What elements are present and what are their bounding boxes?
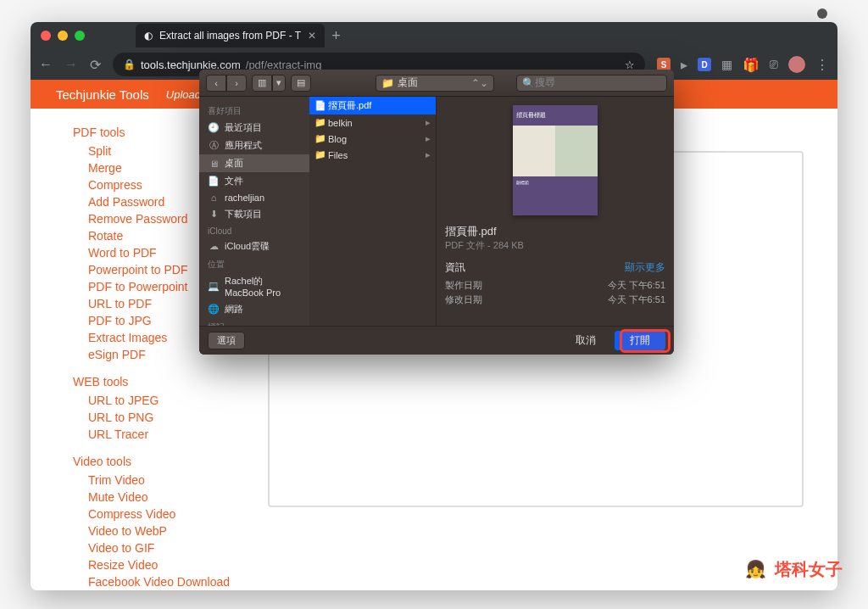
nav-fwd-icon[interactable]: › [226, 75, 247, 92]
sidebar-item-icon: ⬇ [208, 209, 220, 220]
reload-button[interactable]: ⟳ [90, 57, 101, 73]
sidebar-section-header: 喜好項目 [199, 102, 309, 119]
ext-icon-gift[interactable]: 🎁 [743, 57, 760, 73]
sidebar-item[interactable]: 💻Rachel的 MacBook Pro [199, 272, 309, 300]
brand-title: Techjunkie Tools [56, 87, 149, 102]
sidebar-link[interactable]: Video to WebP [73, 522, 242, 539]
file-name: belkin [328, 118, 353, 128]
ext-icon-grid[interactable]: ▦ [721, 58, 732, 71]
sidebar-item-label: 下載項目 [225, 208, 262, 221]
watermark-icon: 👧 [741, 555, 770, 584]
ext-icon-play[interactable]: ▸ [681, 57, 687, 73]
sidebar-item-icon: ☁ [208, 241, 220, 252]
sidebar-item-icon: 📄 [208, 176, 220, 187]
preview-meta: 摺頁冊.pdf PDF 文件 - 284 KB 資訊 顯示更多 製作日期今天 下… [445, 224, 665, 307]
nav-back-icon[interactable]: ‹ [206, 75, 226, 92]
folder-icon: 📁 [314, 149, 325, 160]
file-row[interactable]: 📄摺頁冊.pdf [309, 97, 436, 115]
file-row[interactable]: 📁Blog▸ [309, 131, 436, 147]
new-tab-button[interactable]: + [331, 27, 341, 45]
meta-key: 製作日期 [445, 279, 482, 292]
tab-title: Extract all images from PDF - T [159, 30, 301, 42]
sidebar-group-title[interactable]: WEB tools [73, 375, 242, 388]
chevron-right-icon: ▸ [426, 117, 431, 128]
sidebar-item-icon: 🕘 [208, 122, 220, 133]
close-window-button[interactable] [41, 31, 51, 41]
browser-tab[interactable]: ◐ Extract all images from PDF - T ✕ [136, 24, 325, 47]
group-icon[interactable]: ▤ [291, 75, 311, 92]
file-row[interactable]: 📁Files▸ [309, 147, 436, 163]
sidebar-item-label: 應用程式 [225, 139, 262, 152]
sidebar-link[interactable]: Mute Video [73, 489, 242, 506]
file-name: Files [328, 150, 348, 160]
file-open-dialog: ‹ › ▥ ▾ ▤ 📁 桌面 ⌃⌄ 🔍 搜尋 喜好項目🕘最近項目Ⓐ應用程式🖥桌面… [199, 70, 674, 355]
sidebar-group-title[interactable]: Video tools [73, 455, 242, 468]
sidebar-item[interactable]: ⌂racheljian [199, 190, 309, 205]
file-column: 📄摺頁冊.pdf📁belkin▸📁Blog▸📁Files▸ [309, 97, 437, 326]
sidebar-item-label: 桌面 [225, 157, 243, 170]
view-dropdown-icon[interactable]: ▾ [272, 75, 286, 92]
sidebar-link[interactable]: Trim Video [73, 472, 242, 489]
sidebar-item[interactable]: 🖥桌面 [199, 154, 309, 172]
sidebar-link[interactable]: URL to PNG [73, 409, 242, 426]
sidebar-item[interactable]: 🕘最近項目 [199, 119, 309, 137]
sidebar-item-icon: 💻 [208, 281, 220, 292]
watermark: 👧 塔科女子 [741, 555, 843, 584]
sidebar-link[interactable]: Video to GIF [73, 539, 242, 556]
search-input[interactable]: 🔍 搜尋 [516, 75, 667, 92]
nav-forward-button[interactable]: → [64, 57, 78, 72]
sidebar-link[interactable]: URL Tracer [73, 426, 242, 443]
nav-back-button[interactable]: ← [39, 57, 53, 72]
sidebar-item[interactable]: ☁iCloud雲碟 [199, 237, 309, 255]
sidebar-item[interactable]: 🌐網路 [199, 300, 309, 318]
sidebar-item-icon: 🖥 [208, 159, 220, 169]
cancel-button[interactable]: 取消 [564, 332, 608, 349]
file-name: 摺頁冊.pdf [328, 99, 371, 112]
show-more-link[interactable]: 顯示更多 [625, 260, 665, 275]
sidebar-item-label: 網路 [225, 303, 243, 316]
sidebar-item-label: Rachel的 MacBook Pro [225, 275, 301, 298]
tab-close-button[interactable]: ✕ [308, 30, 316, 42]
search-icon: 🔍 [522, 77, 535, 89]
ext-icon-d[interactable]: D [698, 58, 711, 71]
watermark-text: 塔科女子 [775, 558, 843, 581]
preview-thumbnail: 摺頁冊標題 副標題 [513, 105, 598, 215]
sidebar-item-icon: 🌐 [208, 304, 220, 315]
sidebar-item-label: 最近項目 [225, 121, 262, 134]
profile-avatar[interactable] [788, 56, 805, 73]
file-icon: 📄 [314, 100, 325, 111]
sidebar-link[interactable]: Compress Video [73, 506, 242, 522]
view-columns-icon[interactable]: ▥ [252, 75, 272, 92]
folder-icon: 📁 [314, 133, 325, 144]
chevron-updown-icon: ⌃⌄ [471, 77, 488, 89]
sidebar-link[interactable]: Resize Video [73, 556, 242, 573]
thumb-header: 摺頁冊標題 [513, 105, 598, 126]
options-button[interactable]: 選項 [208, 332, 245, 349]
maximize-window-button[interactable] [75, 31, 85, 41]
file-preview: 摺頁冊標題 副標題 摺頁冊.pdf PDF 文件 - 284 KB 資訊 顯示更… [437, 97, 674, 326]
sidebar-item-label: iCloud雲碟 [225, 240, 270, 253]
dialog-toolbar: ‹ › ▥ ▾ ▤ 📁 桌面 ⌃⌄ 🔍 搜尋 [199, 70, 674, 97]
preview-fileinfo: PDF 文件 - 284 KB [445, 239, 665, 252]
sidebar-item[interactable]: 📄文件 [199, 172, 309, 190]
sidebar-link[interactable]: URL to JPEG [73, 392, 242, 409]
meta-value: 今天 下午6:51 [608, 279, 665, 292]
tab-favicon: ◐ [144, 30, 153, 42]
folder-icon: 📁 [314, 117, 325, 128]
sidebar-item[interactable]: ⬇下載項目 [199, 205, 309, 223]
minimize-window-button[interactable] [58, 31, 68, 41]
menu-button[interactable]: ⋮ [815, 57, 829, 73]
meta-row: 修改日期今天 下午6:51 [445, 293, 665, 307]
preview-filename: 摺頁冊.pdf [445, 224, 665, 239]
sidebar-link[interactable]: Facebook Video Download [73, 573, 242, 590]
dialog-footer: 選項 取消 打開 [199, 326, 674, 355]
corner-dot [817, 8, 827, 19]
cast-icon[interactable]: ⎚ [770, 57, 778, 72]
search-placeholder: 搜尋 [535, 75, 555, 90]
sidebar-item[interactable]: Ⓐ應用程式 [199, 137, 309, 154]
file-row[interactable]: 📁belkin▸ [309, 115, 436, 131]
folder-icon: 📁 [381, 77, 394, 89]
dialog-sidebar: 喜好項目🕘最近項目Ⓐ應用程式🖥桌面📄文件⌂racheljian⬇下載項目iClo… [199, 97, 309, 326]
path-selector[interactable]: 📁 桌面 ⌃⌄ [376, 75, 494, 92]
meta-value: 今天 下午6:51 [608, 293, 665, 306]
